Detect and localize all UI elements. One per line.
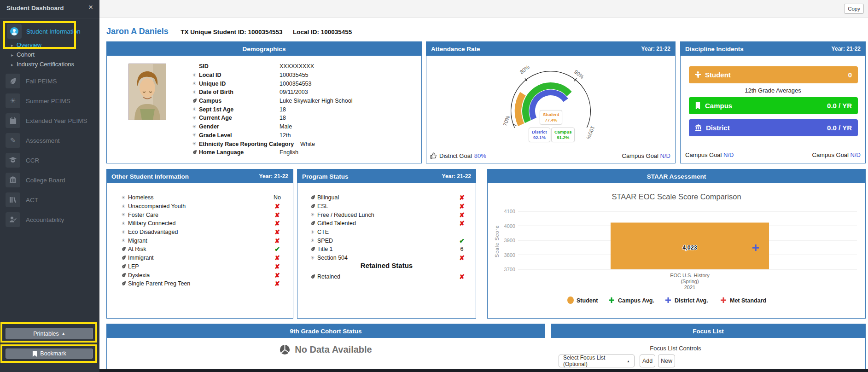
nav-label: College Board: [26, 177, 65, 184]
y-tick: 4000: [504, 223, 515, 229]
sidebar-item-label: Student Information: [26, 28, 81, 35]
status-row: Retained✘: [308, 273, 469, 281]
printables-button[interactable]: Printables ▲: [6, 328, 93, 339]
sidebar-item-assessment[interactable]: ✎ Assessment: [6, 133, 60, 148]
field-value: Male: [280, 123, 292, 130]
sidebar-item-fall-peims[interactable]: Fall PEIMS: [6, 74, 57, 88]
nav-label: CCR: [26, 157, 39, 164]
local-id: Local ID: 100035455: [293, 29, 352, 35]
status-label: ESL: [317, 203, 328, 209]
x-icon: ✘: [272, 220, 283, 227]
x-icon: ✘: [272, 263, 283, 270]
field-row: ☀Date of Birth09/11/2003: [190, 88, 411, 97]
x-icon: ✘: [272, 203, 283, 210]
status-label: Military Connected: [128, 220, 176, 227]
caret-up-icon: ▲: [62, 331, 65, 336]
nav-label: Assessment: [26, 137, 60, 144]
sidebar-item-industry-certifications[interactable]: ▸Industry Certifications: [11, 61, 74, 68]
bar-label: Campus: [705, 102, 732, 110]
field-label: Local ID: [199, 72, 221, 78]
field-label: Date of Birth: [199, 89, 233, 95]
field-row: ☀Unique ID1000354553: [190, 79, 411, 88]
y-axis-label: Scale Score: [494, 225, 500, 257]
fall-icon: [190, 150, 199, 155]
bookmark-button[interactable]: Bookmark: [6, 349, 93, 359]
goal-value[interactable]: N/D: [851, 151, 861, 158]
sidebar-item-overview[interactable]: ▸Overview: [11, 41, 41, 48]
gauge-box-label: Campus: [554, 129, 571, 135]
field-row: ☀Current Age18: [190, 114, 411, 122]
person-check-icon: [6, 212, 20, 227]
close-icon[interactable]: ×: [88, 3, 93, 12]
divider: [0, 18, 99, 18]
status-row: ☀Migrant✘: [119, 236, 285, 245]
top-bar: Copy: [99, 0, 868, 17]
attendance-gauge-chart: 70% 80% 90% 100%: [477, 56, 624, 144]
panel-year: Year: 21-22: [832, 46, 861, 52]
program-status-rows: Bilingual✘ ESL✘ ☀Free / Reduced Lunch✘ G…: [308, 193, 469, 262]
sidebar-item-accountability[interactable]: Accountability: [6, 212, 64, 227]
field-value: 100035455: [280, 72, 309, 78]
add-button[interactable]: Add: [640, 355, 655, 367]
focus-list-select[interactable]: Select Focus List (Optional) ▲: [559, 355, 635, 367]
status-row: Bilingual✘: [308, 193, 469, 202]
status-label: Retained: [317, 273, 340, 280]
y-tick: 3800: [504, 252, 515, 258]
sidebar-item-cohort[interactable]: ▸Cohort: [11, 51, 35, 58]
fall-icon: [308, 246, 317, 252]
sidebar-item-student-information[interactable]: Student Information: [7, 24, 81, 39]
x-label-line1: EOC U.S. History: [670, 273, 710, 278]
field-label: Home Language: [199, 149, 244, 156]
sidebar-item-summer-peims[interactable]: ☀ Summer PEIMS: [6, 93, 70, 108]
x-label-line2: (Spring): [681, 279, 699, 284]
field-value: White: [300, 141, 315, 147]
retained-status-heading: Retained Status: [297, 262, 476, 269]
fall-icon: [119, 264, 128, 269]
panel-title: Demographics: [243, 46, 286, 52]
x-icon: ✘: [456, 220, 467, 227]
panel-header: 9th Grade Cohort Status: [107, 324, 545, 338]
fall-icon: [119, 273, 128, 278]
field-label: Grade Level: [199, 132, 232, 139]
fall-icon: [190, 98, 199, 104]
summer-icon: ☀: [190, 124, 199, 130]
goal-value[interactable]: N/D: [723, 151, 734, 158]
x-label-line3: 2021: [684, 285, 695, 290]
goal-label: Campus Goal: [812, 151, 849, 158]
sidebar-item-college-board[interactable]: College Board: [6, 173, 65, 187]
sidebar-item-act[interactable]: ACT: [6, 192, 38, 207]
cohort-panel: 9th Grade Cohort Status No Data Availabl…: [106, 324, 545, 372]
field-row: SIDXXXXXXXXX: [190, 62, 411, 71]
check-icon: ✔: [456, 237, 467, 244]
new-button[interactable]: New: [658, 355, 675, 367]
copy-button[interactable]: Copy: [844, 4, 864, 14]
x-icon: ✘: [272, 211, 283, 219]
status-row: ☀Military Connected✘: [119, 219, 285, 228]
status-row: ☀Foster Care✘: [119, 210, 285, 219]
goal-label: Campus Goal: [622, 152, 658, 159]
status-label: Bilingual: [317, 194, 339, 201]
status-row: LEP✘: [119, 262, 285, 271]
bar-value: 0.0 / YR: [827, 102, 852, 110]
legend-label: Student: [577, 297, 598, 304]
panel-header: Demographics: [107, 42, 421, 56]
sidebar-item-ccr[interactable]: CCR: [6, 153, 39, 168]
status-label: Immigrant: [128, 255, 154, 261]
status-row: Dyslexia✘: [119, 271, 285, 279]
caret-up-icon: ▲: [627, 360, 630, 363]
gauge-district-box: District 92.1%: [529, 128, 550, 142]
sidebar-item-extended-year-peims[interactable]: Extended Year PEIMS: [6, 113, 87, 128]
goal-value[interactable]: 80%: [474, 152, 486, 159]
status-label: Eco Disadvantaged: [128, 229, 178, 235]
goal-label: Campus Goal: [685, 151, 722, 158]
status-row: ☀Unaccompanied Youth✘: [119, 202, 285, 211]
field-row: ☀Ethnicity Race Reporting CategoryWhite: [190, 140, 411, 148]
summer-icon: ☀: [119, 221, 128, 227]
program-status-panel: Program Status Year: 21-22 Bilingual✘ ES…: [297, 169, 476, 319]
goal-value[interactable]: N/D: [660, 152, 670, 159]
bar-value: 0.0 / YR: [827, 124, 852, 132]
bar-label: District: [706, 124, 730, 132]
sun-icon: ☀: [6, 93, 20, 108]
tree-item-label: Overview: [17, 41, 41, 48]
bar-value: 0: [848, 71, 852, 79]
